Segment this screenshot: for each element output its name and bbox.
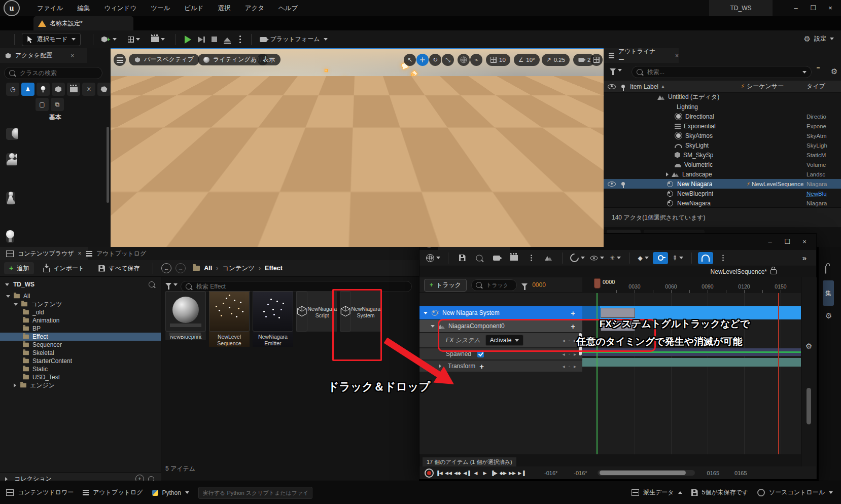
outliner-settings-icon[interactable]: ⚙ [831,67,837,75]
current-frame-field[interactable]: 0000 [532,281,546,289]
track-search-input[interactable] [485,281,508,289]
placeable-actor-item[interactable]: Actor [6,128,18,140]
select-mode-dropdown[interactable]: 選択モード [22,33,81,46]
category-geometry-icon[interactable] [97,83,111,96]
outliner-row[interactable]: Lighting [604,102,841,112]
add-key-button[interactable]: + [479,362,484,371]
category-recent-icon[interactable]: ◷ [6,83,19,96]
play-button[interactable] [185,35,191,44]
platforms-dropdown[interactable]: プラットフォーム [260,35,328,44]
level-viewport[interactable]: z x y パースペクティブ ライティングあり 表示 ↖ ↻ ⤡ ⌁ 10 ∠1… [111,48,604,247]
outliner-row[interactable]: NewBlueprint NewBlu [604,189,841,198]
keyframe-nav[interactable]: ◂ ◦ ▸ [563,364,577,369]
derived-data-button[interactable]: 派生データ [632,488,682,497]
subsection-clip[interactable] [601,308,635,318]
expand-arrow[interactable] [666,172,669,176]
maximize-button[interactable]: ☐ [804,0,822,15]
visibility-toggle[interactable] [608,181,616,187]
tree-folder-row[interactable]: USD_Test [0,373,161,381]
blueprints-button[interactable] [128,37,140,43]
outliner-row[interactable]: Untitled (エディタ) [604,92,841,102]
scrollbar[interactable] [107,127,109,203]
select-tool-button[interactable]: ↖ [404,54,416,66]
transport-button[interactable]: ◀◆ [454,471,461,476]
minimize-button[interactable]: – [761,234,779,248]
record-button[interactable] [425,469,434,478]
actor-sequence-button[interactable] [541,252,556,264]
expand-arrow[interactable] [14,303,18,306]
import-button[interactable]: インポート [38,262,89,274]
transport-button[interactable]: ◆▶ [500,471,507,476]
python-command-input[interactable] [198,487,312,499]
asset-card[interactable]: NewNiagara Script [296,291,337,332]
scale-tool-button[interactable]: ⤡ [442,54,454,66]
class-search-input[interactable] [19,69,97,77]
transport-button[interactable]: ▶ [481,471,488,476]
category-basic-icon[interactable]: ♟ [21,83,34,96]
play-options-menu[interactable] [239,39,241,40]
menu-item[interactable]: 編集 [70,0,97,16]
close-button[interactable]: × [822,0,839,15]
menu-item[interactable]: ファイル [30,0,70,16]
outliner-row[interactable]: New Niagara ⚡NewLevelSequence Niagara [604,179,841,189]
track-row-niagara-system[interactable]: ⚡ New Niagara System + [419,306,582,319]
eject-button[interactable] [224,38,231,42]
working-range-start[interactable]: -016* [574,470,587,476]
transform-track-range[interactable] [582,358,801,367]
rotate-tool-button[interactable]: ↻ [429,54,441,66]
transform-gizmo[interactable] [309,146,406,201]
search-icon[interactable] [149,281,155,287]
gear-icon[interactable]: ⚙ [825,312,832,319]
tree-folder-row[interactable]: Skeletal [0,349,161,357]
class-search-box[interactable] [4,67,102,79]
settings-dropdown[interactable]: ⚙ 設定 [804,34,834,43]
minimize-button[interactable]: – [787,0,804,15]
view-options-dropdown[interactable] [588,252,606,264]
category-volumes-icon[interactable]: ▢ [36,98,49,111]
outliner-row[interactable]: SM_SkySp StaticM [604,150,841,160]
source-control-button[interactable]: ソースコントロール [757,488,833,497]
render-movie-button[interactable] [506,252,521,264]
sequencer-tab[interactable]: シーケンサー* × [438,236,510,250]
add-actor-button[interactable]: + [101,36,117,43]
add-track-button[interactable]: +トラック [424,279,467,292]
outliner-row[interactable]: SkyLight SkyLigh [604,140,841,150]
move-tool-button[interactable] [416,54,429,66]
outliner-row[interactable]: Volumetric Volume [604,160,841,169]
tree-folder-row[interactable]: Effect [0,333,161,341]
render-options-menu[interactable] [523,252,539,264]
breadcrumb-all[interactable]: All [204,265,212,272]
view-range-end[interactable]: 0165 [734,470,747,476]
tree-folder-row[interactable]: StarterContent [0,357,161,365]
category-effects-icon[interactable]: ✳ [82,83,95,96]
track-filter-icon[interactable] [521,283,528,287]
collapse-arrow[interactable] [14,383,16,387]
show-dropdown[interactable]: 表示 [257,54,281,65]
world-space-button[interactable] [458,54,470,66]
auto-key-toggle[interactable] [653,252,668,264]
lock-icon[interactable] [825,266,826,274]
pin-toggle[interactable] [621,182,625,186]
perspective-dropdown[interactable]: パースペクティブ [129,54,199,65]
menu-item[interactable]: ビルド [177,0,211,16]
outliner-search-input[interactable] [646,68,795,76]
playhead-line[interactable] [597,293,598,454]
outliner-row[interactable]: Landscape Landsc [604,169,841,179]
timeline-ruler[interactable]: 0000 0030 0060 0090 0120 0150 [582,277,801,294]
add-section-button[interactable]: + [571,309,575,317]
content-drawer-button[interactable]: コンテンツドロワー [6,488,74,497]
category-lights-icon[interactable] [37,83,50,96]
outliner-search-box[interactable] [632,66,812,78]
tree-folder-row[interactable]: Sequencer [0,341,161,349]
tree-folder-row[interactable]: All [0,292,161,300]
transport-button[interactable]: ◀ [472,471,479,476]
surface-snap-button[interactable]: ⌁ [470,54,482,66]
asset-card[interactable]: NewBlueprint [165,291,206,340]
close-icon[interactable]: × [71,52,74,59]
asset-card[interactable]: NewNiagara Emitter [253,291,293,347]
outliner-column-header[interactable]: Item Label▲ ⚡ シーケンサー タイプ [604,81,841,93]
vertical-tab[interactable]: 集 [823,280,834,306]
output-log-button[interactable]: アウトプットログ [83,488,143,497]
view-range-start[interactable]: -016* [544,470,557,476]
keyframe-nav[interactable]: ◂ ◦ ▸ [563,351,577,357]
